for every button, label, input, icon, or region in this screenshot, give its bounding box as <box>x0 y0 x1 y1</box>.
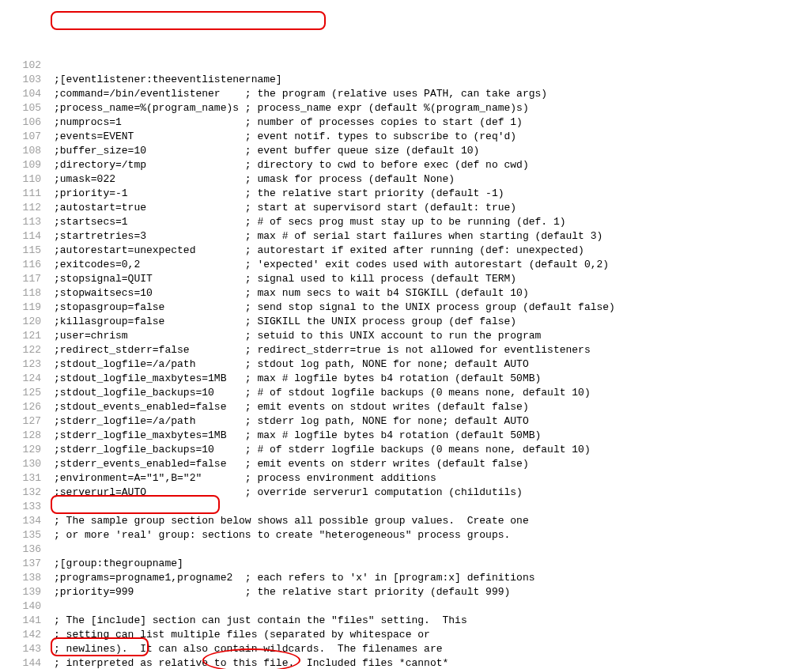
line-content: ; newlines). It can also contain wildcar… <box>54 642 812 656</box>
line-content: ; The [include] section can just contain… <box>54 614 812 628</box>
line-content: ;autorestart=unexpected ; autorestart if… <box>54 244 812 258</box>
line-number: 122 <box>0 343 54 357</box>
line-content: ;stderr_logfile=/a/path ; stderr log pat… <box>54 414 812 429</box>
line-number: 141 <box>0 614 54 628</box>
line-content: ;directory=/tmp ; directory to cwd to be… <box>54 158 812 172</box>
line-content: ;events=EVENT ; event notif. types to su… <box>54 130 812 144</box>
line-content: ;killasgroup=false ; SIGKILL the UNIX pr… <box>54 315 812 329</box>
line-number: 114 <box>0 229 54 244</box>
line-number: 139 <box>0 585 54 599</box>
line-content: ;stderr_logfile_backups=10 ; # of stderr… <box>54 443 812 457</box>
code-line: 105;process_name=%(program_name)s ; proc… <box>0 101 812 115</box>
code-line: 123;stdout_logfile=/a/path ; stdout log … <box>0 357 812 372</box>
code-line: 122;redirect_stderr=false ; redirect_std… <box>0 343 812 357</box>
line-number: 111 <box>0 187 54 201</box>
line-number: 112 <box>0 201 54 215</box>
line-content: ; The sample group section below shows a… <box>54 514 812 528</box>
line-content: ;stopasgroup=false ; send stop signal to… <box>54 300 812 315</box>
line-content: ; setting can list multiple files (separ… <box>54 628 812 642</box>
code-line: 133 <box>0 500 812 514</box>
code-line: 128;stderr_logfile_maxbytes=1MB ; max # … <box>0 429 812 443</box>
line-number: 103 <box>0 73 54 87</box>
line-number: 133 <box>0 500 54 514</box>
code-line: 104;command=/bin/eventlistener ; the pro… <box>0 87 812 101</box>
line-content: ;buffer_size=10 ; event buffer queue siz… <box>54 144 812 158</box>
line-content: ;stopwaitsecs=10 ; max num secs to wait … <box>54 286 812 300</box>
line-number: 106 <box>0 115 54 130</box>
highlight-eventlistener <box>51 11 326 30</box>
code-editor: 102103;[eventlistener:theeventlistenerna… <box>0 59 812 669</box>
line-content: ;serverurl=AUTO ; override serverurl com… <box>54 486 812 500</box>
line-number: 131 <box>0 471 54 486</box>
line-content: ;stopsignal=QUIT ; signal used to kill p… <box>54 272 812 286</box>
code-line: 134; The sample group section below show… <box>0 514 812 528</box>
line-number: 120 <box>0 315 54 329</box>
line-content: ;stdout_logfile_maxbytes=1MB ; max # log… <box>54 372 812 386</box>
code-line: 129;stderr_logfile_backups=10 ; # of std… <box>0 443 812 457</box>
line-number: 105 <box>0 101 54 115</box>
line-number: 128 <box>0 429 54 443</box>
code-line: 139;priority=999 ; the relative start pr… <box>0 585 812 599</box>
code-line: 144; interpreted as relative to this fil… <box>0 656 812 669</box>
code-line: 135; or more 'real' group: sections to c… <box>0 528 812 542</box>
line-number: 108 <box>0 144 54 158</box>
code-line: 119;stopasgroup=false ; send stop signal… <box>0 300 812 315</box>
line-number: 104 <box>0 87 54 101</box>
line-content: ;command=/bin/eventlistener ; the progra… <box>54 87 812 101</box>
line-content: ;startsecs=1 ; # of secs prog must stay … <box>54 215 812 229</box>
code-line: 109;directory=/tmp ; directory to cwd to… <box>0 158 812 172</box>
code-line: 121;user=chrism ; setuid to this UNIX ac… <box>0 329 812 343</box>
line-number: 121 <box>0 329 54 343</box>
line-number: 125 <box>0 386 54 400</box>
code-line: 140 <box>0 599 812 614</box>
line-number: 130 <box>0 457 54 471</box>
line-content: ;user=chrism ; setuid to this UNIX accou… <box>54 329 812 343</box>
code-line: 111;priority=-1 ; the relative start pri… <box>0 187 812 201</box>
line-number: 135 <box>0 528 54 542</box>
line-content: ;exitcodes=0,2 ; 'expected' exit codes u… <box>54 258 812 272</box>
line-content: ;[group:thegroupname] <box>54 557 812 571</box>
code-line: 106;numprocs=1 ; number of processes cop… <box>0 115 812 130</box>
line-content: ;redirect_stderr=false ; redirect_stderr… <box>54 343 812 357</box>
line-number: 110 <box>0 172 54 187</box>
line-content: ;environment=A="1",B="2" ; process envir… <box>54 471 812 486</box>
line-content: ;stdout_logfile_backups=10 ; # of stdout… <box>54 386 812 400</box>
code-line: 126;stdout_events_enabled=false ; emit e… <box>0 400 812 414</box>
line-content: ;process_name=%(program_name)s ; process… <box>54 101 812 115</box>
line-content: ;[eventlistener:theeventlistenername] <box>54 73 812 87</box>
line-number: 102 <box>0 59 54 73</box>
code-line: 102 <box>0 59 812 73</box>
line-content: ;stdout_logfile=/a/path ; stdout log pat… <box>54 357 812 372</box>
code-line: 114;startretries=3 ; max # of serial sta… <box>0 229 812 244</box>
line-number: 129 <box>0 443 54 457</box>
code-line: 138;programs=progname1,progname2 ; each … <box>0 571 812 585</box>
line-number: 109 <box>0 158 54 172</box>
line-number: 123 <box>0 357 54 372</box>
code-line: 137;[group:thegroupname] <box>0 557 812 571</box>
code-line: 108;buffer_size=10 ; event buffer queue … <box>0 144 812 158</box>
line-number: 144 <box>0 656 54 669</box>
code-line: 110;umask=022 ; umask for process (defau… <box>0 172 812 187</box>
code-line: 115;autorestart=unexpected ; autorestart… <box>0 244 812 258</box>
code-line: 112;autostart=true ; start at supervisor… <box>0 201 812 215</box>
line-number: 118 <box>0 286 54 300</box>
line-number: 136 <box>0 542 54 557</box>
code-line: 132;serverurl=AUTO ; override serverurl … <box>0 486 812 500</box>
line-content: ;stderr_events_enabled=false ; emit even… <box>54 457 812 471</box>
code-line: 113;startsecs=1 ; # of secs prog must st… <box>0 215 812 229</box>
code-line: 118;stopwaitsecs=10 ; max num secs to wa… <box>0 286 812 300</box>
code-line: 120;killasgroup=false ; SIGKILL the UNIX… <box>0 315 812 329</box>
line-content: ;priority=999 ; the relative start prior… <box>54 585 812 599</box>
code-line: 116;exitcodes=0,2 ; 'expected' exit code… <box>0 258 812 272</box>
line-content: ;programs=progname1,progname2 ; each ref… <box>54 571 812 585</box>
code-line: 125;stdout_logfile_backups=10 ; # of std… <box>0 386 812 400</box>
line-content: ;startretries=3 ; max # of serial start … <box>54 229 812 244</box>
code-line: 103;[eventlistener:theeventlistenername] <box>0 73 812 87</box>
line-content: ; interpreted as relative to this file. … <box>54 656 812 669</box>
line-number: 137 <box>0 557 54 571</box>
line-number: 117 <box>0 272 54 286</box>
code-line: 117;stopsignal=QUIT ; signal used to kil… <box>0 272 812 286</box>
line-number: 143 <box>0 642 54 656</box>
line-number: 119 <box>0 300 54 315</box>
line-number: 124 <box>0 372 54 386</box>
